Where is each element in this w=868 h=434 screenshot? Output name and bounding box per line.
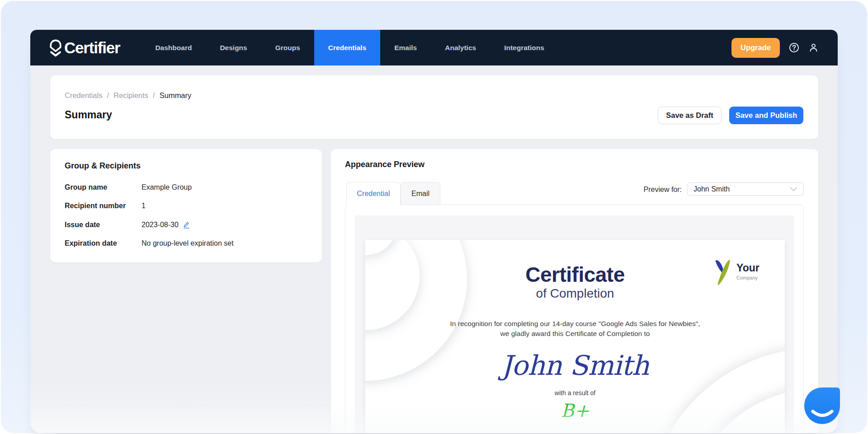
top-navbar: Certifier Dashboard Designs Groups Crede… — [30, 30, 838, 65]
edit-pencil-icon — [183, 221, 190, 229]
save-as-draft-button[interactable]: Save as Draft — [658, 107, 722, 124]
main-content: Credentials / Recipients / Summary Summa… — [30, 65, 838, 433]
appearance-preview-title: Appearance Preview — [345, 160, 425, 169]
nav-item-credentials[interactable]: Credentials — [314, 30, 380, 65]
save-and-publish-button[interactable]: Save and Publish — [729, 107, 803, 124]
certifier-shield-icon — [49, 39, 62, 57]
group-name-row: Group name Example Group — [65, 178, 307, 197]
nav-item-integrations[interactable]: Integrations — [490, 30, 558, 65]
company-logo-icon — [715, 260, 735, 285]
certificate-content: Certificate of Completion — [365, 240, 785, 433]
appearance-preview-card: Appearance Preview Preview for: John Smi… — [331, 149, 818, 433]
certificate-preview: Certificate of Completion — [365, 240, 785, 433]
breadcrumb-recipients[interactable]: Recipients — [113, 91, 148, 100]
nav-item-emails[interactable]: Emails — [380, 30, 431, 65]
breadcrumb-credentials[interactable]: Credentials — [65, 91, 102, 100]
nav-menu: Dashboard Designs Groups Credentials Ema… — [141, 30, 558, 65]
certificate-result-label: with a result of — [365, 389, 785, 397]
recipient-number-row: Recipient number 1 — [65, 197, 307, 216]
breadcrumb-separator: / — [153, 91, 155, 100]
account-button[interactable] — [808, 42, 819, 53]
preview-for-select[interactable]: John Smith — [687, 182, 804, 196]
company-logo: Your Company — [715, 260, 760, 285]
chat-smile-icon — [804, 410, 840, 421]
recipient-number-label: Recipient number — [65, 202, 142, 210]
nav-item-analytics[interactable]: Analytics — [431, 30, 490, 65]
certificate-subtitle: of Completion — [365, 286, 785, 301]
expiration-date-value: No group-level expiration set — [142, 239, 234, 247]
preview-stage: Certificate of Completion — [355, 215, 794, 433]
certificate-body-text: In recognition for completing our 14-day… — [365, 319, 785, 338]
breadcrumb-summary: Summary — [160, 91, 192, 100]
breadcrumb: Credentials / Recipients / Summary — [65, 91, 191, 100]
group-name-label: Group name — [65, 183, 142, 191]
page-title: Summary — [65, 109, 112, 121]
issue-date-row: Issue date 2023-08-30 — [65, 215, 307, 234]
upgrade-button[interactable]: Upgrade — [731, 38, 780, 58]
tab-credential[interactable]: Credential — [346, 182, 401, 205]
tab-email[interactable]: Email — [401, 182, 440, 205]
content-row: Group & Recipients Group name Example Gr… — [50, 149, 818, 433]
certificate-body-line2: we gladly award this Certificate of Comp… — [365, 329, 785, 339]
nav-item-designs[interactable]: Designs — [206, 30, 261, 65]
preview-for-value: John Smith — [693, 185, 730, 193]
nav-item-groups[interactable]: Groups — [261, 30, 314, 65]
certificate-grade: B+ — [365, 400, 785, 421]
issue-date-value: 2023-08-30 — [142, 221, 179, 229]
preview-tab-panel: Certificate of Completion — [345, 205, 804, 433]
help-icon — [789, 42, 799, 53]
header-actions: Save as Draft Save and Publish — [658, 107, 803, 124]
app-container: Certifier Dashboard Designs Groups Crede… — [30, 30, 838, 433]
preview-for-label: Preview for: — [642, 186, 682, 194]
nav-right-group: Upgrade — [731, 38, 819, 58]
chat-widget-button[interactable] — [804, 387, 840, 424]
expiration-date-label: Expiration date — [65, 239, 142, 247]
group-card-title: Group & Recipients — [65, 161, 307, 171]
company-logo-subtext: Company — [736, 275, 760, 280]
nav-item-dashboard[interactable]: Dashboard — [141, 30, 206, 65]
certificate-recipient-name: John Smith — [365, 350, 785, 381]
brand-logo[interactable]: Certifier — [49, 39, 120, 57]
company-logo-name: Your — [736, 262, 760, 274]
breadcrumb-separator: / — [107, 91, 109, 100]
user-icon — [808, 42, 819, 53]
edit-issue-date-button[interactable] — [183, 221, 190, 229]
brand-name: Certifier — [64, 39, 120, 57]
page-header-card: Credentials / Recipients / Summary Summa… — [50, 75, 818, 139]
group-info-rows: Group name Example Group Recipient numbe… — [65, 178, 307, 253]
help-button[interactable] — [789, 42, 799, 53]
issue-date-label: Issue date — [65, 221, 142, 229]
certificate-body-line1: In recognition for completing our 14-day… — [365, 319, 785, 329]
group-recipients-card: Group & Recipients Group name Example Gr… — [50, 149, 322, 262]
group-name-value: Example Group — [142, 183, 192, 191]
recipient-number-value: 1 — [142, 202, 146, 210]
chevron-down-icon — [790, 187, 797, 191]
expiration-date-row: Expiration date No group-level expiratio… — [65, 234, 307, 253]
